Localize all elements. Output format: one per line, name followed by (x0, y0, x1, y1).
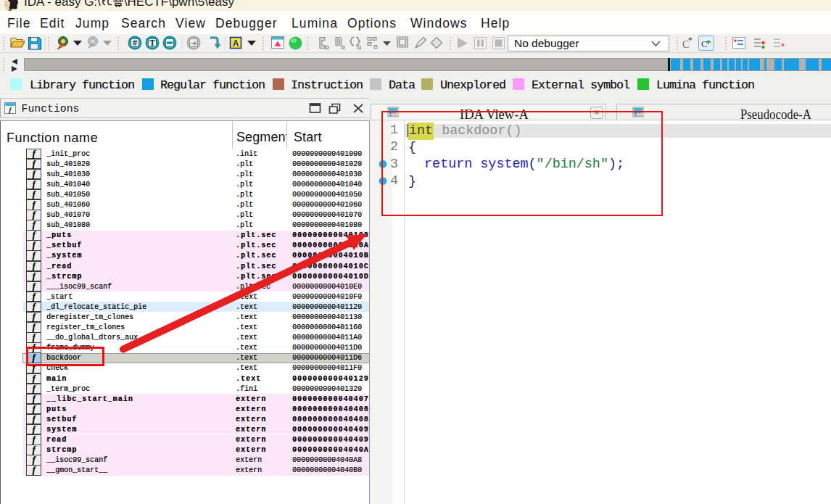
svg-text:A: A (233, 38, 239, 49)
svg-text:#: # (133, 38, 137, 47)
svg-text:C: C (701, 38, 708, 49)
svg-text:C: C (682, 39, 689, 50)
svg-text:No debugger: No debugger (514, 37, 579, 49)
svg-text:T: T (149, 38, 155, 47)
